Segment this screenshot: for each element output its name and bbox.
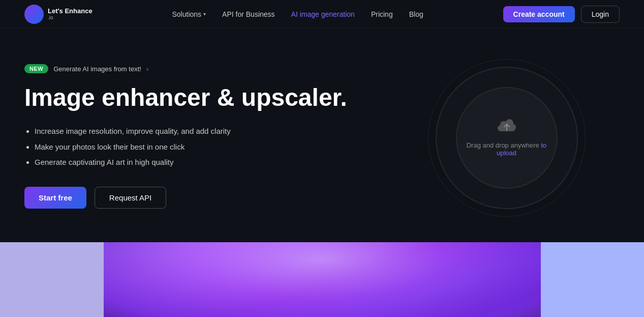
hero-right: Drag and drop anywhere to upload bbox=[393, 59, 620, 217]
request-api-button[interactable]: Request API bbox=[95, 187, 166, 209]
nav-item-blog[interactable]: Blog bbox=[409, 10, 423, 19]
create-account-button[interactable]: Create account bbox=[503, 6, 575, 22]
badge-text: Generate AI images from text! bbox=[53, 65, 141, 73]
bottom-band bbox=[0, 242, 644, 317]
hero-bullets: Increase image resolution, improve quali… bbox=[24, 126, 352, 168]
badge-row: NEW Generate AI images from text! › bbox=[24, 64, 352, 73]
nav-actions: Create account Login bbox=[503, 6, 620, 23]
hero-title: Image enhancer & upscaler. bbox=[24, 83, 352, 111]
start-free-button[interactable]: Start free bbox=[24, 187, 86, 209]
login-button[interactable]: Login bbox=[581, 6, 620, 23]
solutions-link[interactable]: Solutions ▾ bbox=[172, 10, 206, 18]
svg-point-0 bbox=[29, 9, 39, 19]
hero-buttons: Start free Request API bbox=[24, 187, 352, 209]
nav-item-solutions[interactable]: Solutions ▾ bbox=[172, 10, 206, 18]
nav-item-pricing[interactable]: Pricing bbox=[371, 10, 393, 19]
bullet-3: Generate captivating AI art in high qual… bbox=[35, 157, 352, 168]
nav-links: Solutions ▾ API for Business AI image ge… bbox=[172, 10, 423, 19]
upload-area[interactable]: Drag and drop anywhere to upload bbox=[436, 67, 578, 209]
nav-item-ai-generation[interactable]: AI image generation bbox=[291, 10, 355, 19]
pricing-link[interactable]: Pricing bbox=[371, 10, 393, 18]
hero-section: NEW Generate AI images from text! › Imag… bbox=[0, 28, 644, 242]
navbar: Let's Enhance .io Solutions ▾ API for Bu… bbox=[0, 0, 644, 28]
bullet-2: Make your photos look their best in one … bbox=[35, 141, 352, 153]
bottom-band-right bbox=[541, 242, 645, 317]
bottom-band-center bbox=[104, 242, 541, 317]
logo-text: Let's Enhance .io bbox=[48, 8, 93, 20]
bullet-1: Increase image resolution, improve quali… bbox=[35, 126, 352, 137]
upload-text: Drag and drop anywhere to upload bbox=[457, 141, 557, 157]
hero-left: NEW Generate AI images from text! › Imag… bbox=[24, 59, 352, 209]
api-link[interactable]: API for Business bbox=[222, 10, 275, 18]
new-badge: NEW bbox=[24, 64, 48, 73]
logo[interactable]: Let's Enhance .io bbox=[24, 5, 93, 24]
ai-generation-link[interactable]: AI image generation bbox=[291, 10, 355, 18]
badge-arrow-icon: › bbox=[146, 65, 148, 73]
nav-item-api[interactable]: API for Business bbox=[222, 10, 275, 19]
upload-inner: Drag and drop anywhere to upload bbox=[456, 87, 558, 189]
chevron-down-icon: ▾ bbox=[203, 11, 206, 17]
cloud-upload-icon bbox=[497, 119, 517, 135]
bottom-band-left bbox=[0, 242, 104, 317]
blog-link[interactable]: Blog bbox=[409, 10, 423, 18]
logo-icon bbox=[24, 5, 44, 24]
